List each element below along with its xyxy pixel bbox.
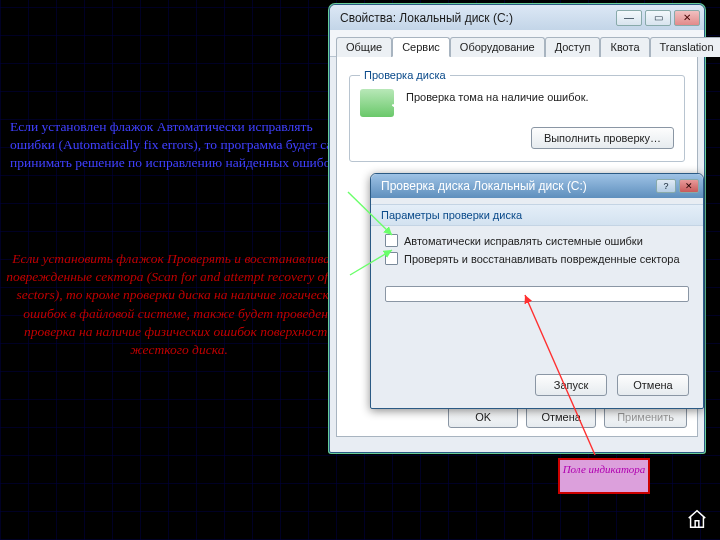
help-button[interactable]: ?	[656, 179, 676, 193]
check-disk-dialog: Проверка диска Локальный диск (C:) ? ✕ П…	[370, 173, 704, 409]
run-check-button[interactable]: Выполнить проверку…	[531, 127, 674, 149]
progress-bar	[385, 286, 689, 302]
indicator-field-callout: Поле индикатора	[558, 458, 650, 494]
dialog-close-button[interactable]: ✕	[679, 179, 699, 193]
tab-bar: Общие Сервис Оборудование Доступ Квота T…	[330, 30, 704, 57]
cancel-button[interactable]: Отмена	[526, 406, 596, 428]
properties-title: Свойства: Локальный диск (C:)	[340, 11, 616, 25]
start-button[interactable]: Запуск	[535, 374, 607, 396]
disk-check-icon	[360, 89, 394, 117]
scan-sectors-checkbox-row[interactable]: Проверять и восстанавливать поврежденные…	[385, 252, 689, 265]
tab-quota[interactable]: Квота	[600, 37, 649, 57]
tab-translation[interactable]: Translation	[650, 37, 720, 57]
dialog-cancel-button[interactable]: Отмена	[617, 374, 689, 396]
checkbox-icon[interactable]	[385, 252, 398, 265]
check-disk-legend: Проверка диска	[360, 69, 450, 81]
minimize-button[interactable]: —	[616, 10, 642, 26]
check-disk-group: Проверка диска Проверка тома на наличие …	[349, 69, 685, 162]
auto-fix-label: Автоматически исправлять системные ошибк…	[404, 235, 643, 247]
ok-button[interactable]: OK	[448, 406, 518, 428]
scan-sectors-label: Проверять и восстанавливать поврежденные…	[404, 253, 680, 265]
tab-service[interactable]: Сервис	[392, 37, 450, 57]
apply-button[interactable]: Применить	[604, 406, 687, 428]
tab-hardware[interactable]: Оборудование	[450, 37, 545, 57]
explanation-auto-fix: Если установлен флажок Автоматически исп…	[10, 118, 348, 173]
maximize-button[interactable]: ▭	[645, 10, 671, 26]
properties-titlebar[interactable]: Свойства: Локальный диск (C:) — ▭ ✕	[330, 5, 704, 30]
check-disk-text: Проверка тома на наличие ошибок.	[406, 91, 589, 103]
close-button[interactable]: ✕	[674, 10, 700, 26]
tab-general[interactable]: Общие	[336, 37, 392, 57]
tab-sharing[interactable]: Доступ	[545, 37, 601, 57]
auto-fix-checkbox-row[interactable]: Автоматически исправлять системные ошибк…	[385, 234, 689, 247]
check-disk-titlebar[interactable]: Проверка диска Локальный диск (C:) ? ✕	[371, 174, 703, 198]
check-params-label: Параметры проверки диска	[371, 204, 703, 226]
explanation-scan-sectors: Если установить флажок Проверять и восст…	[4, 250, 354, 359]
home-icon[interactable]	[686, 508, 708, 530]
check-disk-dialog-title: Проверка диска Локальный диск (C:)	[381, 179, 656, 193]
checkbox-icon[interactable]	[385, 234, 398, 247]
